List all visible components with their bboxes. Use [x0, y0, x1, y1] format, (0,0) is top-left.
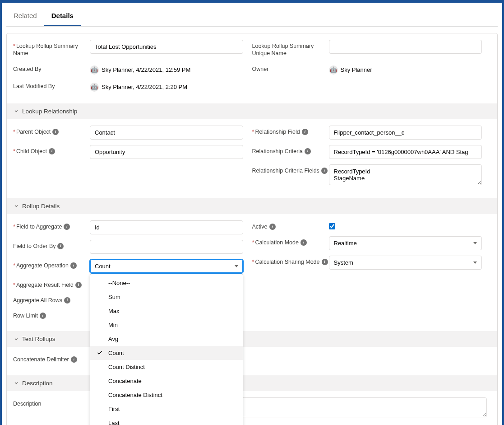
- relationship-field-label: Relationship Field: [255, 129, 300, 135]
- info-icon[interactable]: [71, 356, 77, 363]
- aggregate-operation-dropdown: --None--SumMaxMinAvgCountCount DistinctC…: [90, 274, 243, 425]
- dropdown-item[interactable]: Last: [90, 416, 243, 425]
- section-text-header[interactable]: Text Rollups: [7, 331, 497, 347]
- field-to-order-input[interactable]: [90, 240, 243, 254]
- summary-name-input[interactable]: [90, 40, 243, 54]
- section-description-header[interactable]: Description: [7, 375, 497, 391]
- info-icon[interactable]: [52, 129, 59, 135]
- info-icon[interactable]: [49, 148, 55, 154]
- tab-details[interactable]: Details: [44, 7, 81, 26]
- relationship-criteria-fields-input[interactable]: [329, 164, 482, 185]
- info-icon[interactable]: [75, 282, 82, 288]
- dropdown-item-label: Max: [108, 308, 120, 314]
- dropdown-item-label: Sum: [108, 294, 120, 300]
- info-icon[interactable]: [57, 243, 64, 249]
- dropdown-item[interactable]: Concatenate: [90, 374, 243, 388]
- info-icon[interactable]: [305, 148, 311, 154]
- info-icon[interactable]: [269, 224, 276, 230]
- info-icon[interactable]: [64, 297, 70, 304]
- avatar: [90, 83, 99, 92]
- section-text-title: Text Rollups: [22, 336, 55, 342]
- dropdown-item-label: Concatenate: [108, 378, 142, 384]
- section-rollup-header[interactable]: Rollup Details: [7, 198, 497, 214]
- details-card: *Lookup Rollup Summary Name Created By S…: [6, 33, 498, 425]
- dropdown-item[interactable]: Min: [90, 318, 243, 332]
- concatenate-delimiter-label: Concatenate Delimiter: [13, 356, 69, 363]
- field-to-aggregate-label: Field to Aggregate: [16, 224, 62, 230]
- section-description-title: Description: [22, 380, 53, 387]
- owner-value: Sky Planner: [341, 66, 372, 73]
- calculation-mode-value: Realtime: [334, 240, 357, 247]
- relationship-criteria-label: Relationship Criteria: [252, 148, 303, 155]
- calculation-sharing-value: System: [334, 259, 353, 266]
- dropdown-item-label: --None--: [108, 280, 130, 286]
- info-icon[interactable]: [40, 313, 46, 319]
- dropdown-item-label: Last: [108, 420, 120, 425]
- field-to-aggregate-input[interactable]: [90, 220, 243, 234]
- dropdown-item[interactable]: Count: [90, 346, 243, 360]
- info-icon[interactable]: [70, 262, 77, 269]
- dropdown-item[interactable]: Max: [90, 304, 243, 318]
- created-by-label: Created By: [13, 65, 42, 73]
- chevron-down-icon: [13, 336, 19, 342]
- info-icon[interactable]: [302, 129, 308, 135]
- aggregate-operation-select-wrap: Count --None--SumMaxMinAvgCountCount Dis…: [90, 259, 243, 273]
- check-icon: [97, 350, 103, 356]
- description-label: Description: [13, 400, 42, 407]
- modified-by-label: Last Modified By: [13, 83, 55, 90]
- relationship-field-input[interactable]: [329, 126, 482, 140]
- caret-down-icon: [473, 262, 477, 264]
- modified-by-value: Sky Planner, 4/22/2021, 2:20 PM: [102, 84, 187, 90]
- info-icon[interactable]: [301, 239, 307, 246]
- info-icon[interactable]: [322, 259, 328, 265]
- summary-name-label: Lookup Rollup Summary Name: [13, 43, 78, 56]
- dropdown-item-label: Min: [108, 322, 118, 328]
- unique-name-label: Lookup Rollup Summary Unique Name: [252, 42, 329, 57]
- avatar: [90, 65, 99, 75]
- aggregate-operation-select[interactable]: Count: [90, 259, 243, 273]
- dropdown-item-label: Count: [108, 350, 124, 356]
- tabs: Related Details: [6, 3, 498, 27]
- dropdown-item[interactable]: Concatenate Distinct: [90, 388, 243, 402]
- chevron-down-icon: [13, 380, 19, 386]
- parent-object-input[interactable]: [90, 126, 243, 140]
- active-checkbox[interactable]: [329, 223, 335, 229]
- tab-related[interactable]: Related: [6, 7, 44, 26]
- dropdown-item[interactable]: --None--: [90, 276, 243, 290]
- owner-label: Owner: [252, 65, 269, 73]
- aggregate-all-rows-label: Aggregate All Rows: [13, 297, 62, 304]
- parent-object-label: Parent Object: [16, 129, 51, 135]
- relationship-criteria-input[interactable]: [329, 145, 482, 159]
- calculation-sharing-select[interactable]: System: [329, 256, 482, 270]
- row-limit-label: Row Limit: [13, 312, 38, 319]
- dropdown-item[interactable]: Count Distinct: [90, 360, 243, 374]
- calculation-mode-select[interactable]: Realtime: [329, 236, 482, 250]
- dropdown-item[interactable]: First: [90, 402, 243, 416]
- unique-name-input[interactable]: [329, 40, 482, 54]
- info-icon[interactable]: [321, 168, 328, 174]
- relationship-criteria-fields-label: Relationship Criteria Fields: [252, 167, 319, 174]
- calculation-sharing-label: Calculation Sharing Mode: [255, 259, 319, 265]
- child-object-input[interactable]: [90, 145, 243, 159]
- section-lookup-header[interactable]: Lookup Relationship: [7, 103, 497, 119]
- active-label: Active: [252, 223, 268, 230]
- dropdown-item[interactable]: Sum: [90, 290, 243, 304]
- caret-down-icon: [235, 265, 238, 267]
- caret-down-icon: [473, 242, 477, 244]
- child-object-label: Child Object: [16, 148, 47, 154]
- aggregate-operation-value: Count: [95, 263, 111, 270]
- dropdown-item-label: Avg: [108, 336, 118, 342]
- calculation-mode-label: Calculation Mode: [255, 239, 299, 246]
- section-lookup-title: Lookup Relationship: [22, 108, 77, 115]
- field-to-order-label: Field to Order By: [13, 243, 55, 250]
- dropdown-item-label: First: [108, 406, 120, 412]
- aggregate-result-field-label: Aggregate Result Field: [16, 282, 74, 288]
- chevron-down-icon: [13, 108, 19, 114]
- chevron-down-icon: [13, 203, 19, 209]
- info-icon[interactable]: [64, 224, 70, 230]
- aggregate-operation-label: Aggregate Operation: [16, 262, 69, 269]
- dropdown-item[interactable]: Avg: [90, 332, 243, 346]
- dropdown-item-label: Count Distinct: [108, 364, 145, 370]
- dropdown-item-label: Concatenate Distinct: [108, 392, 162, 398]
- avatar: [329, 65, 338, 75]
